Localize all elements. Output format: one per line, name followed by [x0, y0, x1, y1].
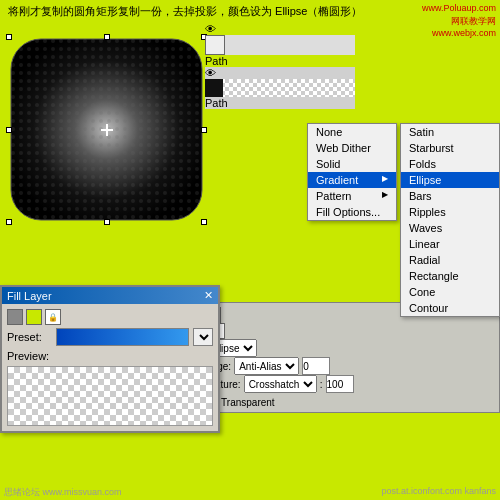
watermark-line1: www.Poluaup.com	[422, 2, 496, 15]
layer-row-2[interactable]: 👁 Path	[205, 67, 355, 109]
dialog-content: 🔒 Preset: Preview:	[2, 304, 218, 431]
dialog-title: Fill Layer ✕	[2, 287, 218, 304]
menu-satin[interactable]: Satin	[401, 124, 499, 140]
handle-mr[interactable]	[201, 127, 207, 133]
canvas-shape[interactable]	[9, 37, 204, 222]
preview-area	[7, 366, 213, 426]
handle-tm[interactable]	[104, 34, 110, 40]
color-icon[interactable]	[26, 309, 42, 325]
menu-starburst[interactable]: Starburst	[401, 140, 499, 156]
handle-ml[interactable]	[6, 127, 12, 133]
menu-solid[interactable]: Solid	[308, 156, 396, 172]
menu-radial[interactable]: Radial	[401, 252, 499, 268]
menu-linear[interactable]: Linear	[401, 236, 499, 252]
menu-cone[interactable]: Cone	[401, 284, 499, 300]
menu-gradient[interactable]: Gradient	[308, 172, 396, 188]
dialog-title-text: Fill Layer	[7, 290, 52, 302]
layer-label-1: Path	[205, 55, 228, 67]
transparent-row: Transparent	[205, 393, 495, 408]
top-instruction-bar: 将刚才复制的圆角矩形复制一份，去掉投影，颜色设为 Ellipse（椭圆形） ww…	[0, 0, 500, 23]
preset-row: Preset:	[7, 328, 213, 346]
gradient-preview-bar[interactable]	[56, 328, 189, 346]
bottom-bar: 思绪论坛 www.missvuan.com post.at.iconfont.c…	[0, 485, 500, 500]
layer-row-1[interactable]: 👁 Path	[205, 23, 355, 67]
texture-sep: :	[320, 379, 323, 390]
lock-icon: 🔒	[45, 309, 61, 325]
menu-fill-options[interactable]: Fill Options...	[308, 204, 396, 220]
bottom-left: 思绪论坛 www.missvuan.com	[4, 486, 122, 499]
preview-row: Preview:	[7, 350, 213, 362]
fill-options-panel: ✦ Ellipse Edge: Anti-Alias Texture: Cros…	[200, 302, 500, 413]
handle-tl[interactable]	[6, 34, 12, 40]
layers-panel: 👁 Path 👁 Path	[205, 23, 355, 109]
menu-folds[interactable]: Folds	[401, 156, 499, 172]
menu-contour[interactable]: Contour	[401, 300, 499, 316]
instruction-text: 将刚才复制的圆角矩形复制一份，去掉投影，颜色设为 Ellipse（椭圆形）	[8, 5, 362, 17]
edge-value-input[interactable]	[302, 357, 330, 375]
close-icon[interactable]: ✕	[204, 289, 213, 302]
handle-br[interactable]	[201, 219, 207, 225]
bottom-middle: post.at.iconfont.com kanfans	[381, 486, 496, 499]
eye-icon-2[interactable]: 👁	[205, 67, 355, 79]
edge-select[interactable]: Anti-Alias	[234, 357, 299, 375]
preset-label: Preset:	[7, 331, 52, 343]
layer-thumb-2	[205, 79, 355, 97]
menu-ripples[interactable]: Ripples	[401, 204, 499, 220]
layer-thumb-1	[205, 35, 355, 55]
menu-bars[interactable]: Bars	[401, 188, 499, 204]
edge-row: Edge: Anti-Alias	[205, 357, 495, 375]
menu-ellipse[interactable]: Ellipse	[401, 172, 499, 188]
handle-bl[interactable]	[6, 219, 12, 225]
sub-context-menu: None Web Dither Solid Gradient Pattern F…	[307, 123, 397, 221]
context-menu: Satin Starburst Folds Ellipse Bars Rippl…	[400, 123, 500, 317]
preview-label: Preview:	[7, 350, 52, 362]
menu-pattern[interactable]: Pattern	[308, 188, 396, 204]
small-icon-1	[7, 309, 23, 325]
gradient-dialog: Fill Layer ✕ 🔒 Preset: Preview:	[0, 285, 220, 433]
handle-bm[interactable]	[104, 219, 110, 225]
crosshair-icon	[101, 124, 113, 136]
layer-label-2: Path	[205, 97, 228, 109]
menu-none[interactable]: None	[308, 124, 396, 140]
preset-dropdown[interactable]	[193, 328, 213, 346]
transparent-label: Transparent	[221, 397, 275, 408]
texture-value-input[interactable]	[326, 375, 354, 393]
texture-select[interactable]: Crosshatch	[244, 375, 317, 393]
eye-icon-1[interactable]: 👁	[205, 23, 355, 35]
texture-row: Texture: Crosshatch :	[205, 375, 495, 393]
main-area: 👁 Path 👁 Path None Web Dither Solid Grad…	[0, 23, 500, 453]
icon-row: 🔒	[7, 309, 213, 325]
menu-rectangle[interactable]: Rectangle	[401, 268, 499, 284]
menu-web-dither[interactable]: Web Dither	[308, 140, 396, 156]
menu-waves[interactable]: Waves	[401, 220, 499, 236]
